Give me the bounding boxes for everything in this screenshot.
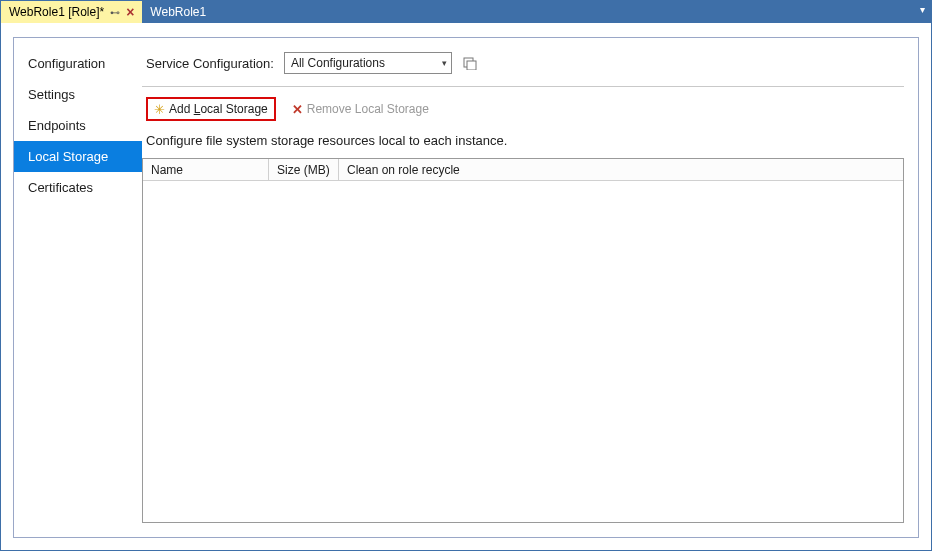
grid-body[interactable]	[143, 181, 903, 522]
sidebar-item-local-storage[interactable]: Local Storage	[14, 141, 142, 172]
service-config-select[interactable]: All Configurations ▾	[284, 52, 452, 74]
column-header-size[interactable]: Size (MB)	[269, 159, 339, 180]
sidebar-item-endpoints[interactable]: Endpoints	[14, 110, 142, 141]
remove-label: Remove Local Storage	[307, 102, 429, 116]
tab-webrole1[interactable]: WebRole1	[142, 1, 214, 23]
category-sidebar: Configuration Settings Endpoints Local S…	[14, 38, 142, 537]
local-storage-toolbar: ✳ Add Local Storage ✕ Remove Local Stora…	[146, 97, 904, 121]
main-pane: Service Configuration: All Configuration…	[142, 38, 918, 537]
add-icon: ✳	[154, 103, 165, 116]
remove-icon: ✕	[292, 103, 303, 116]
tab-label: WebRole1	[150, 5, 206, 19]
tab-label: WebRole1 [Role]*	[9, 5, 104, 19]
svg-rect-1	[467, 61, 476, 70]
sidebar-item-settings[interactable]: Settings	[14, 79, 142, 110]
column-header-clean[interactable]: Clean on role recycle	[339, 159, 903, 180]
local-storage-grid[interactable]: Name Size (MB) Clean on role recycle	[142, 158, 904, 523]
chevron-down-icon: ▾	[442, 58, 447, 68]
tab-webrole1-role[interactable]: WebRole1 [Role]* ⊷ ×	[1, 1, 142, 23]
description-text: Configure file system storage resources …	[146, 133, 904, 148]
service-config-value: All Configurations	[291, 56, 385, 70]
content-area: Configuration Settings Endpoints Local S…	[1, 23, 931, 550]
document-tab-strip: WebRole1 [Role]* ⊷ × WebRole1 ▾	[1, 1, 931, 23]
sidebar-item-configuration[interactable]: Configuration	[14, 48, 142, 79]
service-config-label: Service Configuration:	[146, 56, 274, 71]
remove-local-storage-button: ✕ Remove Local Storage	[286, 99, 435, 119]
divider	[142, 86, 904, 87]
role-editor-panel: Configuration Settings Endpoints Local S…	[13, 37, 919, 538]
service-config-row: Service Configuration: All Configuration…	[146, 52, 904, 86]
close-icon[interactable]: ×	[126, 5, 134, 19]
add-label: Add Local Storage	[169, 102, 268, 116]
column-header-name[interactable]: Name	[143, 159, 269, 180]
pin-icon[interactable]: ⊷	[110, 7, 120, 18]
sidebar-item-certificates[interactable]: Certificates	[14, 172, 142, 203]
add-local-storage-button[interactable]: ✳ Add Local Storage	[146, 97, 276, 121]
manage-configurations-icon[interactable]	[462, 55, 478, 71]
tab-overflow-icon[interactable]: ▾	[920, 4, 925, 15]
editor-window: WebRole1 [Role]* ⊷ × WebRole1 ▾ Configur…	[0, 0, 932, 551]
grid-header: Name Size (MB) Clean on role recycle	[143, 159, 903, 181]
